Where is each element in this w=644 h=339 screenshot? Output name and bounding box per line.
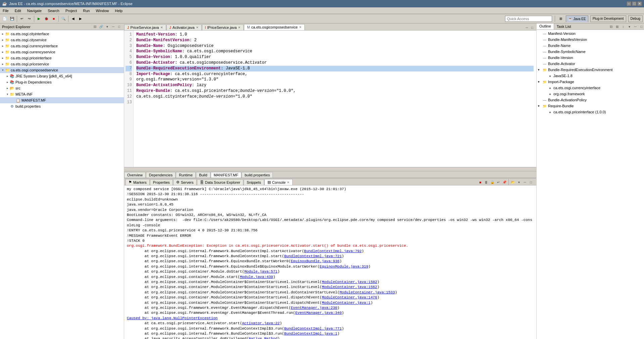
outline-item-bundle-activator[interactable]: — Bundle-Activator: [537, 61, 644, 67]
tree-toggle[interactable]: [5, 104, 9, 108]
outline-item-bundle-symbolic-name[interactable]: — Bundle-SymbolicName: [537, 49, 644, 55]
menu-edit[interactable]: Edit: [13, 8, 22, 13]
tab-servers[interactable]: ⚙ Servers: [173, 179, 197, 185]
console-stack-link[interactable]: ModuleContainer.java:1562: [322, 285, 377, 289]
outline-tab[interactable]: Outline: [537, 23, 554, 30]
tab-datasource[interactable]: 🗄 Data Source Explorer: [197, 179, 243, 185]
tree-item-currencyservice[interactable]: ▸ 📁 ca.ets.osgi.currencyservice: [0, 49, 124, 55]
maximize-view-button[interactable]: □: [116, 24, 122, 30]
open-perspective-button[interactable]: ⊞: [558, 15, 564, 22]
tree-toggle[interactable]: ▸: [5, 86, 9, 90]
editor-hscrollbar[interactable]: [124, 167, 536, 171]
tab-build-properties[interactable]: build.properties: [242, 172, 273, 178]
tree-toggle[interactable]: [11, 98, 15, 102]
new-button[interactable]: 📄: [1, 15, 8, 22]
tree-toggle[interactable]: ▸: [5, 80, 9, 84]
outline-item-require-bundle[interactable]: ▾ 📁 Require-Bundle: [537, 103, 644, 109]
outline-item-bundle-version[interactable]: — Bundle-Version: [537, 55, 644, 61]
close-button[interactable]: ✕: [637, 1, 642, 6]
console-stack-link[interactable]: EventManager.java:230: [291, 306, 337, 310]
tab-console[interactable]: ▤ Console ✕: [264, 179, 293, 185]
undo-button[interactable]: ↩: [18, 15, 25, 22]
console-stack-link[interactable]: BundleContextImpl.java:1: [284, 332, 337, 336]
perspective-java-ee[interactable]: ☕ Java EE: [566, 15, 588, 22]
editor-tab-activator[interactable]: J Activator.java ✕: [166, 24, 202, 30]
console-stack-link[interactable]: EquinoxBundle.java:936: [291, 259, 339, 263]
maximize-button[interactable]: □: [632, 1, 637, 6]
tab-build[interactable]: Build: [196, 172, 210, 178]
console-stack-link[interactable]: BundleContextImpl.java:792: [304, 249, 362, 253]
tree-toggle[interactable]: ▸: [1, 38, 5, 42]
pin-console-button[interactable]: 📌: [502, 179, 507, 185]
menu-help[interactable]: Help: [114, 8, 124, 13]
tree-item-src[interactable]: ▸ 📂 src: [0, 85, 124, 91]
task-list-tab[interactable]: Task List: [554, 23, 574, 30]
outline-expand-all[interactable]: ⊞: [614, 24, 620, 29]
console-content[interactable]: my composed service [OSGi Framework] C:\…: [124, 185, 536, 339]
outline-item-java-se[interactable]: ● JavaSE-1.8: [537, 73, 644, 79]
outline-item-osgi-framework[interactable]: ● org.osgi.framework: [537, 91, 644, 97]
tab-dependencies[interactable]: Dependencies: [146, 172, 176, 178]
console-stack-link[interactable]: ModuleContainer.java:1533: [340, 290, 395, 294]
next-edit-button[interactable]: ▶: [77, 15, 84, 22]
console-stack-link[interactable]: ModuleContainer.java:1582: [322, 280, 377, 284]
tree-toggle[interactable]: ▾: [1, 68, 5, 72]
tree-item-priceinterface[interactable]: ▸ 📁 ca.ets.osgi.priceinterface: [0, 55, 124, 61]
minimize-view-button[interactable]: ─: [110, 24, 116, 30]
tree-item-buildprops[interactable]: ⚙ build.properties: [0, 103, 124, 109]
tree-toggle[interactable]: ▸: [1, 50, 5, 54]
console-error-link[interactable]: Caused by: java.lang.NullPointerExceptio…: [127, 316, 218, 320]
tree-item-manifest[interactable]: 📋 MANIFEST.MF: [0, 97, 124, 103]
menu-file[interactable]: File: [1, 8, 10, 13]
menu-navigate[interactable]: Navigate: [26, 8, 43, 13]
debug-button[interactable]: 🐞: [43, 15, 50, 22]
run-button[interactable]: ▶: [36, 15, 42, 22]
tree-item-cityservice[interactable]: ▸ 📁 ca.ets.osgi.cityservice: [0, 37, 124, 43]
tree-toggle[interactable]: ▸: [1, 32, 5, 36]
console-stack-link[interactable]: EventManager.java:340: [295, 311, 342, 315]
close-priceservice-tab[interactable]: ✕: [160, 26, 163, 29]
tree-item-priceservice[interactable]: ▸ 📁 ca.ets.osgi.priceservice: [0, 61, 124, 67]
outline-item-import-package[interactable]: ▾ 📁 Import-Package: [537, 79, 644, 85]
quick-access-input[interactable]: [505, 16, 552, 22]
console-stack-link[interactable]: EquinoxModule.java:319: [319, 265, 368, 269]
code-content[interactable]: Manifest-Version: 1.0 Bundle-ManifestVer…: [134, 31, 536, 167]
tree-toggle[interactable]: ▾: [5, 92, 9, 96]
editor-minimize-button[interactable]: ─: [524, 25, 530, 30]
console-stack-link[interactable]: ModuleContainer.java:1: [322, 301, 370, 305]
editor-tab-composedservice[interactable]: M ca.ets.osgicomposedservice ✕: [244, 24, 305, 30]
word-wrap-button[interactable]: ↵: [496, 179, 501, 185]
tree-item-cityinterface[interactable]: ▸ 📁 ca.ets.osgi.cityinterface: [0, 31, 124, 37]
scroll-lock-button[interactable]: 🔒: [490, 179, 495, 185]
console-stack-link[interactable]: Module.java:439: [240, 275, 273, 279]
stop-button[interactable]: ■: [50, 15, 57, 22]
close-activator-tab[interactable]: ✕: [196, 26, 199, 29]
menu-run[interactable]: Run: [82, 8, 91, 13]
tab-markers[interactable]: ⚑ Markers: [126, 179, 150, 185]
close-console-tab[interactable]: ✕: [287, 181, 290, 184]
outline-item-bundle-req-exec[interactable]: ▾ 📁 Bundle-RequiredExecutionEnvironment: [537, 67, 644, 73]
tree-toggle[interactable]: ▸: [1, 44, 5, 48]
console-stack-link[interactable]: Activator.java:22: [242, 321, 280, 325]
editor-tab-priceservice[interactable]: J PriceService.java ✕: [124, 24, 166, 30]
tab-properties[interactable]: Properties: [150, 179, 173, 185]
tree-toggle[interactable]: ▸: [1, 62, 5, 66]
open-console-button[interactable]: 📂: [510, 179, 515, 185]
stop-console-button[interactable]: ■: [478, 179, 483, 185]
console-stack-link[interactable]: BundleContextImpl.java:721: [284, 254, 342, 258]
tree-toggle[interactable]: ▸: [5, 74, 9, 78]
outline-item-bundle-activation[interactable]: — Bundle-ActivationPolicy: [537, 97, 644, 103]
menu-search[interactable]: Search: [46, 8, 61, 13]
close-ipriceservice-tab[interactable]: ✕: [238, 26, 241, 29]
menu-project[interactable]: Project: [64, 8, 78, 13]
console-stack-link[interactable]: BundleContextImpl.java:771: [284, 327, 342, 331]
tree-item-composedservice[interactable]: ▾ 📁 ca.ets.osgi.composedservice: [0, 67, 124, 73]
outline-item-price-iface[interactable]: ● ca.ets.osgi.priceinterface (1.0.0): [537, 109, 644, 115]
tab-manifest[interactable]: MANIFEST.MF: [211, 172, 241, 178]
link-with-editor-button[interactable]: 🔗: [98, 24, 104, 30]
outline-maximize[interactable]: □: [639, 24, 644, 29]
outline-item-bundle-manifest-version[interactable]: — Bundle-ManifestVersion: [537, 37, 644, 43]
outline-item-manifest-version[interactable]: — Manifest-Version: [537, 31, 644, 37]
prev-edit-button[interactable]: ◀: [70, 15, 77, 22]
tree-item-plugindeps[interactable]: ▸ 📚 Plug-in Dependencies: [0, 79, 124, 85]
